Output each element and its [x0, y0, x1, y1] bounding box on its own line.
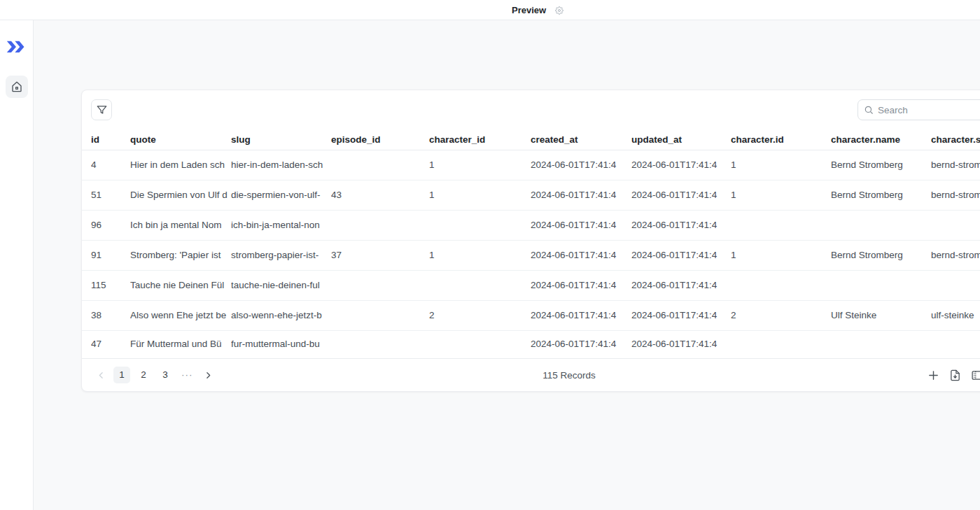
cell-slug: die-spermien-von-ulf-	[231, 180, 331, 210]
cell-character-id: 1	[429, 180, 531, 210]
cell-episode-id	[331, 331, 429, 357]
cell-id: 47	[91, 331, 130, 357]
cell-character-name	[831, 331, 931, 357]
cell-updated-at: 2024-06-01T17:41:4	[631, 150, 731, 180]
search-icon	[864, 105, 874, 115]
cell-quote: Die Spermien von Ulf d	[130, 180, 231, 210]
table-header: id quote slug episode_id character_id cr…	[82, 130, 980, 150]
cell-created-at: 2024-06-01T17:41:4	[531, 211, 631, 240]
cell-character-id: 1	[429, 150, 531, 180]
column-header-updated-at[interactable]: updated_at	[631, 130, 731, 150]
export-button[interactable]	[948, 368, 962, 382]
cell-character-id: 2	[429, 301, 531, 330]
cell-quote: Ich bin ja mental Nom	[130, 211, 231, 240]
cell-episode-id	[331, 211, 429, 240]
cell-id: 4	[91, 150, 130, 180]
plus-icon	[927, 369, 939, 381]
next-page-button[interactable]	[201, 367, 216, 383]
column-header-created-at[interactable]: created_at	[531, 130, 631, 150]
cell-updated-at: 2024-06-01T17:41:4	[631, 241, 731, 270]
cell-updated-at: 2024-06-01T17:41:4	[631, 301, 731, 330]
cell-character-id	[429, 271, 531, 300]
cell-slug: hier-in-dem-laden-sch	[231, 150, 331, 180]
table-row[interactable]: 4 Hier in dem Laden sch hier-in-dem-lade…	[82, 150, 980, 180]
cell-character-slug: bernd-stromberg	[931, 180, 980, 210]
cell-created-at: 2024-06-01T17:41:4	[531, 241, 631, 270]
page-button-2[interactable]: 2	[135, 367, 152, 383]
search-input[interactable]	[878, 105, 980, 115]
settings-gear-icon[interactable]	[555, 6, 564, 15]
table-toolbar	[82, 90, 980, 130]
toggle-panel-button[interactable]	[969, 368, 980, 382]
cell-episode-id: 43	[331, 180, 429, 210]
panel-icon	[971, 369, 980, 381]
cell-character-name: Bernd Stromberg	[831, 180, 931, 210]
column-header-id[interactable]: id	[91, 130, 130, 150]
home-icon	[11, 81, 22, 92]
column-header-character-dot-name[interactable]: character.name	[831, 130, 931, 150]
column-header-character-id[interactable]: character_id	[429, 130, 531, 150]
cell-character-slug	[931, 271, 980, 300]
sidebar	[0, 20, 34, 510]
cell-slug: stromberg-papier-ist-	[231, 241, 331, 270]
cell-character-dot-id	[731, 331, 831, 357]
cell-created-at: 2024-06-01T17:41:4	[531, 271, 631, 300]
cell-slug: tauche-nie-deinen-ful	[231, 271, 331, 300]
cell-character-slug: bernd-stromberg	[931, 241, 980, 270]
cell-episode-id	[331, 271, 429, 300]
footer-actions	[926, 368, 980, 382]
cell-character-slug	[931, 211, 980, 240]
cell-quote: Tauche nie Deinen Fül	[130, 271, 231, 300]
table-row[interactable]: 91 Stromberg: 'Papier ist stromberg-papi…	[82, 241, 980, 271]
filter-button[interactable]	[91, 99, 112, 120]
column-header-character-dot-id[interactable]: character.id	[731, 130, 831, 150]
cell-episode-id: 37	[331, 241, 429, 270]
table-row[interactable]: 115 Tauche nie Deinen Fül tauche-nie-dei…	[82, 271, 980, 301]
column-header-character-dot-slug[interactable]: character.slug	[931, 130, 980, 150]
column-header-slug[interactable]: slug	[231, 130, 331, 150]
add-record-button[interactable]	[926, 368, 940, 382]
cell-quote: Hier in dem Laden sch	[130, 150, 231, 180]
cell-created-at: 2024-06-01T17:41:4	[531, 331, 631, 357]
column-header-quote[interactable]: quote	[130, 130, 231, 150]
records-count: 115 Records	[542, 370, 596, 381]
cell-id: 91	[91, 241, 130, 270]
table-row[interactable]: 38 Also wenn Ehe jetzt be also-wenn-ehe-…	[82, 301, 980, 331]
table-row[interactable]: 96 Ich bin ja mental Nom ich-bin-ja-ment…	[82, 211, 980, 241]
cell-character-slug: ulf-steinke	[931, 301, 980, 330]
file-download-icon	[949, 369, 961, 381]
table-row[interactable]: 47 Für Muttermal und Bü fur-muttermal-un…	[82, 331, 980, 357]
cell-character-id	[429, 211, 531, 240]
page-button-3[interactable]: 3	[157, 367, 174, 383]
cell-id: 96	[91, 211, 130, 240]
cell-updated-at: 2024-06-01T17:41:4	[631, 331, 731, 357]
app-logo-double-chevron-icon[interactable]	[6, 40, 26, 55]
search-box	[858, 99, 980, 120]
cell-character-name	[831, 271, 931, 300]
page-ellipsis-button[interactable]: ···	[178, 367, 196, 383]
data-table-card: id quote slug episode_id character_id cr…	[81, 90, 980, 392]
cell-character-slug: bernd-stromberg	[931, 150, 980, 180]
sidebar-item-home[interactable]	[6, 76, 28, 98]
top-bar: Preview	[0, 0, 980, 20]
cell-character-id: 1	[429, 241, 531, 270]
column-header-episode-id[interactable]: episode_id	[331, 130, 429, 150]
cell-updated-at: 2024-06-01T17:41:4	[631, 271, 731, 300]
table-row[interactable]: 51 Die Spermien von Ulf d die-spermien-v…	[82, 180, 980, 211]
cell-character-name: Bernd Stromberg	[831, 150, 931, 180]
cell-slug: ich-bin-ja-mental-non	[231, 211, 331, 240]
cell-character-slug	[931, 331, 980, 357]
cell-character-dot-id: 1	[731, 241, 831, 270]
cell-id: 38	[91, 301, 130, 330]
page-title: Preview	[512, 5, 546, 15]
cell-slug: fur-muttermal-und-bu	[231, 331, 331, 357]
cell-character-dot-id: 2	[731, 301, 831, 330]
cell-episode-id	[331, 301, 429, 330]
table-footer: 1 2 3 ··· 115 Records	[82, 358, 980, 391]
prev-page-button[interactable]	[93, 367, 108, 383]
cell-character-name: Ulf Steinke	[831, 301, 931, 330]
page-button-1[interactable]: 1	[113, 367, 130, 383]
cell-id: 115	[91, 271, 130, 300]
cell-episode-id	[331, 150, 429, 180]
cell-id: 51	[91, 180, 130, 210]
